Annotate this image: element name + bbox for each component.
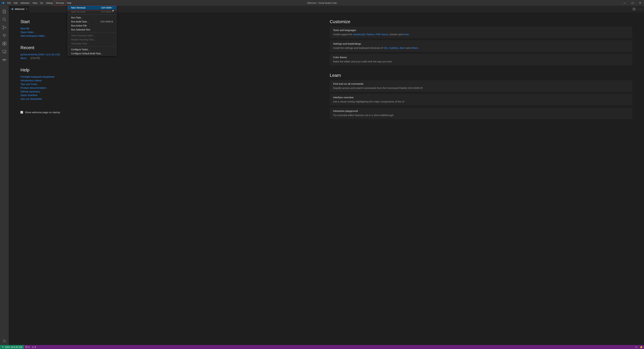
svg-line-12 bbox=[3, 34, 4, 35]
remote-indicator[interactable]: SSH: 10.0.20.125 bbox=[0, 345, 24, 349]
start-open-folder[interactable]: Open folder... bbox=[20, 31, 36, 34]
feedback-icon[interactable]: ☺ bbox=[634, 346, 639, 348]
notifications-icon[interactable]: 🔔 bbox=[639, 346, 644, 348]
link-sublime[interactable]: Sublime bbox=[389, 46, 398, 49]
menu-item-run-selected-text[interactable]: Run Selected Text bbox=[68, 28, 116, 32]
link-azure[interactable]: Azure bbox=[382, 33, 388, 36]
remote-explorer-icon[interactable] bbox=[0, 48, 8, 56]
link-atom[interactable]: Atom bbox=[400, 46, 406, 49]
help-tips-tricks[interactable]: Tips and Tricks bbox=[20, 83, 37, 86]
start-new-file[interactable]: New file bbox=[20, 27, 29, 30]
error-icon: ⓧ bbox=[25, 346, 28, 348]
svg-rect-0 bbox=[3, 10, 5, 12]
svg-point-25 bbox=[4, 340, 5, 342]
menu-item-run-task[interactable]: Run Task... bbox=[68, 16, 116, 20]
svg-rect-16 bbox=[4, 44, 6, 45]
recent-section: Recent pyServerSentry [SSH: 10.0.20.125]… bbox=[20, 45, 323, 60]
tab-close-icon[interactable]: × bbox=[26, 8, 27, 10]
customize-section: Customize Tools and languages Install su… bbox=[330, 19, 632, 66]
settings-gear-icon[interactable] bbox=[0, 337, 8, 345]
help-heading: Help bbox=[20, 68, 323, 72]
start-heading: Start bbox=[20, 19, 323, 24]
link-vim[interactable]: Vim bbox=[384, 46, 388, 49]
minimize-button[interactable]: — bbox=[621, 0, 628, 6]
menu-debug[interactable]: Debug bbox=[44, 0, 54, 6]
svg-rect-14 bbox=[3, 42, 4, 44]
link-more[interactable]: more bbox=[403, 33, 409, 36]
menu-item-label: Run Task... bbox=[71, 16, 83, 19]
menu-item-label: Configure Default Build Task... bbox=[71, 52, 103, 55]
menu-item-run-build-task[interactable]: Run Build Task...Ctrl+Shift+B bbox=[68, 20, 116, 24]
menu-item-terminate-task: Terminate Task... bbox=[68, 42, 116, 46]
card-tools-languages[interactable]: Tools and languages Install support for … bbox=[330, 27, 632, 38]
link-others[interactable]: others bbox=[411, 46, 418, 49]
menu-item-label: Run Active File bbox=[71, 24, 87, 27]
close-button[interactable]: ✕ bbox=[636, 0, 644, 6]
titlebar: File Edit Selection View Go Debug Termin… bbox=[0, 0, 644, 6]
card-interface-overview[interactable]: Interface overview Get a visual overlay … bbox=[330, 94, 632, 106]
activity-bar bbox=[0, 6, 9, 345]
split-editor-icon[interactable] bbox=[632, 8, 636, 10]
maximize-button[interactable]: ▢ bbox=[628, 0, 636, 6]
extensions-icon[interactable] bbox=[0, 40, 8, 48]
menu-item-configure-tasks[interactable]: Configure Tasks... bbox=[68, 48, 116, 52]
recent-more[interactable]: More... bbox=[20, 57, 28, 60]
menu-separator bbox=[68, 14, 116, 15]
problems-indicator[interactable]: ⓧ0 ⚠0 bbox=[24, 346, 37, 348]
menu-item-run-active-file[interactable]: Run Active File bbox=[68, 24, 116, 28]
debug-icon[interactable] bbox=[0, 32, 8, 40]
menu-item-label: Run Build Task... bbox=[71, 20, 89, 23]
menu-view[interactable]: View bbox=[31, 0, 39, 6]
menu-item-label: Run Selected Text bbox=[71, 28, 90, 31]
menu-item-shortcut: Ctrl+Shift+B bbox=[100, 20, 113, 23]
source-control-icon[interactable] bbox=[0, 24, 8, 32]
explorer-icon[interactable] bbox=[0, 8, 8, 16]
menu-item-label: Show Running Tasks... bbox=[71, 34, 95, 37]
help-intro-videos[interactable]: Introductory videos bbox=[20, 79, 42, 82]
menu-item-configure-default-build-task[interactable]: Configure Default Build Task... bbox=[68, 52, 116, 56]
show-welcome-checkbox-row[interactable]: ✓ Show welcome page on startup bbox=[20, 111, 323, 114]
menu-edit[interactable]: Edit bbox=[12, 0, 19, 6]
help-github-repo[interactable]: GitHub repository bbox=[20, 90, 40, 93]
link-python[interactable]: Python bbox=[366, 33, 374, 36]
tab-welcome[interactable]: Welcome × bbox=[9, 6, 29, 12]
menu-help[interactable]: Help bbox=[66, 0, 73, 6]
svg-point-2 bbox=[3, 18, 5, 20]
menu-go[interactable]: Go bbox=[39, 0, 44, 6]
card-interactive-playground[interactable]: Interactive playground Try essential edi… bbox=[330, 108, 632, 119]
docker-icon[interactable] bbox=[0, 56, 8, 64]
help-newsletter[interactable]: Join our Newsletter bbox=[20, 98, 42, 100]
remote-icon bbox=[2, 346, 4, 348]
menu-item-new-terminal[interactable]: New TerminalCtrl+Shift+` bbox=[68, 6, 116, 10]
menu-selection[interactable]: Selection bbox=[19, 0, 31, 6]
recent-item[interactable]: pyServerSentry [SSH: 10.0.20.125] bbox=[20, 53, 60, 56]
tab-label: Welcome bbox=[15, 8, 24, 10]
status-bar: SSH: 10.0.20.125 ⓧ0 ⚠0 ☺ 🔔 bbox=[0, 345, 644, 349]
help-keyboard-cheatsheet[interactable]: Printable keyboard cheatsheet bbox=[20, 75, 54, 78]
more-actions-icon[interactable]: · · · bbox=[639, 8, 642, 10]
warning-icon: ⚠ bbox=[32, 346, 34, 348]
help-product-docs[interactable]: Product documentation bbox=[20, 86, 46, 89]
window-title: Welcome - Visual Studio Code bbox=[307, 2, 337, 4]
menu-item-split-terminal: Split TerminalCtrl+Shift+5 bbox=[68, 10, 116, 14]
card-settings-keybindings[interactable]: Settings and keybindings Install the set… bbox=[330, 40, 632, 52]
vscode-logo bbox=[0, 2, 6, 4]
help-section: Help Printable keyboard cheatsheet Intro… bbox=[20, 68, 323, 101]
card-desc: Make the editor and your code look the w… bbox=[333, 60, 629, 64]
checkbox-icon[interactable]: ✓ bbox=[20, 111, 23, 114]
svg-rect-15 bbox=[3, 44, 4, 45]
menu-terminal[interactable]: Terminal bbox=[54, 0, 65, 6]
link-javascript[interactable]: JavaScript bbox=[353, 33, 365, 36]
card-color-theme[interactable]: Color theme Make the editor and your cod… bbox=[330, 54, 632, 66]
link-php[interactable]: PHP bbox=[376, 33, 380, 36]
menubar: File Edit Selection View Go Debug Termin… bbox=[6, 0, 73, 6]
search-icon[interactable] bbox=[0, 16, 8, 24]
terminal-menu-dropdown: New TerminalCtrl+Shift+`Split TerminalCt… bbox=[68, 6, 116, 56]
svg-rect-17 bbox=[5, 42, 6, 43]
card-find-commands[interactable]: Find and run all commands Rapidly access… bbox=[330, 80, 632, 92]
menu-file[interactable]: File bbox=[6, 0, 12, 6]
help-stack-overflow[interactable]: Stack Overflow bbox=[20, 94, 38, 96]
menu-item-label: New Terminal bbox=[71, 6, 85, 9]
start-add-workspace-folder[interactable]: Add workspace folder... bbox=[20, 34, 46, 37]
learn-section: Learn Find and run all commands Rapidly … bbox=[330, 73, 632, 119]
